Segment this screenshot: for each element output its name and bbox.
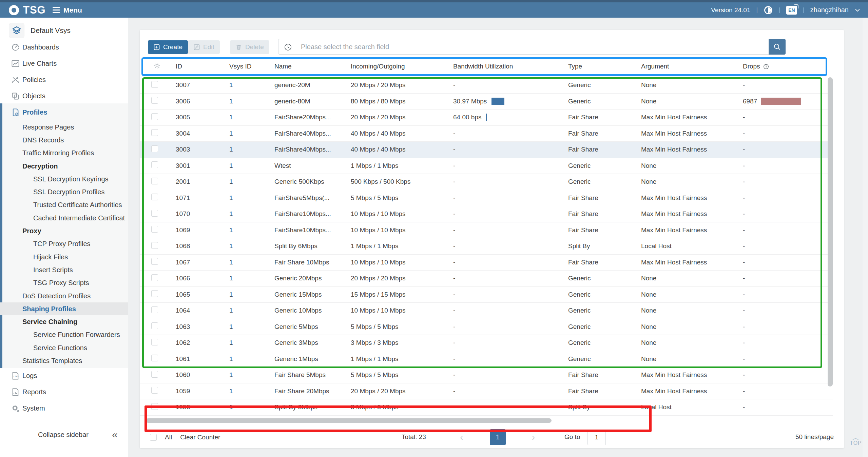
sidebar-subitem[interactable]: Hijack Files (0, 251, 128, 263)
table-row[interactable]: 2001 1 Generic 500Kbps 500 Kbps / 500 Kb… (140, 174, 833, 190)
col-header-id[interactable]: ID (176, 63, 229, 70)
search-input[interactable] (301, 39, 766, 54)
table-row[interactable]: 3006 1 generic-80M 80 Mbps / 80 Mbps 30.… (140, 94, 833, 110)
sidebar-subitem[interactable]: DoS Detection Profiles (0, 290, 128, 302)
row-checkbox[interactable] (151, 339, 158, 345)
col-header-drops[interactable]: Drops (743, 63, 760, 70)
sidebar-subitem[interactable]: Traffic Mirroring Profiles (0, 147, 128, 160)
search-button[interactable] (769, 39, 786, 55)
chevron-down-icon[interactable] (854, 7, 861, 13)
sidebar-subitem[interactable]: Insert Scripts (0, 263, 128, 276)
table-row[interactable]: 3005 1 FairShare20Mbps... 20 Mbps / 20 M… (140, 110, 833, 126)
prev-page-button[interactable]: ‹ (460, 432, 463, 443)
sidebar-subitem[interactable]: SSL Decryption Keyrings (0, 173, 128, 185)
sidebar-subitem[interactable]: Trusted Certificate Authorities (0, 199, 128, 212)
row-checkbox[interactable] (151, 226, 158, 233)
sidebar-item-policies[interactable]: Policies (0, 72, 128, 88)
table-row[interactable]: 1056 1 Split By 3Mbps 3 Mbps / 3 Mbps - … (140, 399, 833, 416)
table-row[interactable]: 1063 1 Generic 5Mbps 5 Mbps / 5 Mbps - G… (140, 319, 833, 335)
sidebar-item-live-charts[interactable]: Live Charts (0, 55, 128, 72)
sidebar-item-logs[interactable]: LOG Logs (0, 367, 128, 384)
contrast-icon[interactable] (764, 5, 773, 15)
col-header-type[interactable]: Type (568, 63, 641, 70)
sidebar-subitem[interactable]: Cached Intermediate Certificat (0, 212, 128, 224)
collapse-sidebar-button[interactable]: Collapse sidebar « (0, 426, 128, 443)
table-row[interactable]: 3004 1 FairShare40Mbps... 40 Mbps / 40 M… (140, 126, 833, 142)
table-row[interactable]: 3003 1 FairShare40Mbps... 40 Mbps / 40 M… (140, 142, 833, 158)
sidebar-subitem[interactable]: Shaping Profiles (0, 302, 128, 315)
delete-button[interactable]: Delete (230, 40, 269, 54)
sidebar-subitem[interactable]: Proxy (0, 224, 128, 237)
table-row[interactable]: 3007 1 generic-20M 20 Mbps / 20 Mbps - G… (140, 77, 833, 94)
table-row[interactable]: 1067 1 Fair Share 10Mbps 10 Mbps / 10 Mb… (140, 255, 833, 271)
sidebar-subitem[interactable]: DNS Records (0, 134, 128, 146)
sidebar-subitem[interactable]: Decryption (0, 160, 128, 173)
drops-clock-icon[interactable] (763, 63, 769, 70)
sidebar-item-system[interactable]: System (0, 400, 128, 416)
table-row[interactable]: 1064 1 Generic 10Mbps 10 Mbps / 10 Mbps … (140, 303, 833, 319)
row-checkbox[interactable] (151, 355, 158, 361)
table-horizontal-scrollbar[interactable] (146, 418, 552, 423)
lines-per-page[interactable]: 50 lines/page (795, 433, 834, 441)
sidebar-subitem[interactable]: Response Pages (0, 121, 128, 134)
row-checkbox[interactable] (151, 194, 158, 200)
edit-button[interactable]: Edit (188, 40, 220, 54)
table-row[interactable]: 1069 1 FairShare10Mbps... 10 Mbps / 10 M… (140, 222, 833, 239)
row-checkbox[interactable] (151, 403, 158, 410)
select-all-checkbox[interactable] (150, 434, 157, 441)
table-row[interactable]: 1070 1 FairShare10Mbps... 10 Mbps / 10 M… (140, 206, 833, 222)
language-icon[interactable]: EN (786, 6, 797, 15)
row-checkbox[interactable] (151, 306, 158, 313)
clear-counter-button[interactable]: Clear Counter (180, 434, 220, 441)
row-checkbox[interactable] (151, 274, 158, 281)
table-row[interactable]: 1062 1 Generic 3Mbps 3 Mbps / 3 Mbps - G… (140, 335, 833, 351)
goto-page-input[interactable] (587, 430, 606, 445)
column-settings-gear-icon[interactable] (153, 61, 161, 70)
col-header-vsys-id[interactable]: Vsys ID (229, 63, 274, 70)
username[interactable]: zhangzhihan (810, 6, 849, 14)
sidebar-item-profiles[interactable]: Profiles (0, 104, 128, 120)
sidebar-subitem[interactable]: Service Function Forwarders (0, 329, 128, 341)
sidebar-subitem[interactable]: TSG Proxy Scripts (0, 277, 128, 290)
sidebar-subitem[interactable]: Service Chaining (0, 315, 128, 328)
table-row[interactable]: 3001 1 Wtest 1 Mbps / 1 Mbps - Generic N… (140, 158, 833, 174)
row-checkbox[interactable] (151, 97, 158, 104)
row-checkbox[interactable] (151, 387, 158, 394)
sidebar-item-reports[interactable]: Reports (0, 384, 128, 400)
row-checkbox[interactable] (151, 258, 158, 265)
row-checkbox[interactable] (151, 322, 158, 329)
col-header-bandwidth-utilization[interactable]: Bandwidth Utilization (453, 63, 568, 70)
table-row[interactable]: 1065 1 Generic 15Mbps 15 Mbps / 15 Mbps … (140, 287, 833, 303)
row-checkbox[interactable] (151, 371, 158, 378)
sidebar-item-dashboards[interactable]: Dashboards (0, 39, 128, 55)
sidebar-subitem[interactable]: Statistics Templates (0, 354, 128, 367)
row-checkbox[interactable] (151, 145, 158, 152)
row-checkbox[interactable] (151, 81, 158, 88)
create-button[interactable]: Create (148, 40, 188, 54)
table-vertical-scrollbar[interactable] (828, 77, 833, 386)
table-row[interactable]: 1066 1 Generic 20Mbps 20 Mbps / 20 Mbps … (140, 271, 833, 287)
table-row[interactable]: 1071 1 FairShare5Mbps(... 5 Mbps / 5 Mbp… (140, 190, 833, 206)
menu-button[interactable]: Menu (53, 2, 82, 18)
sidebar-subitem[interactable]: Service Functions (0, 341, 128, 354)
vsys-selector[interactable]: Default Vsys (0, 22, 71, 39)
table-row[interactable]: 1061 1 Generic 1Mbps 1 Mbps / 1 Mbps - G… (140, 351, 833, 367)
row-checkbox[interactable] (151, 210, 158, 217)
sidebar-subitem[interactable]: SSL Decryption Profiles (0, 185, 128, 198)
row-checkbox[interactable] (151, 290, 158, 297)
back-to-top-button[interactable]: ︿ TOP (846, 435, 866, 446)
row-checkbox[interactable] (151, 129, 158, 136)
current-page-button[interactable]: 1 (490, 429, 506, 445)
page-scrollbar[interactable] (863, 18, 868, 457)
table-row[interactable]: 1068 1 Split By 6Mbps 1 Mbps / 1 Mbps - … (140, 238, 833, 255)
col-header-name[interactable]: Name (274, 63, 351, 70)
table-row[interactable]: 1059 1 Fair Share 20Mbps 20 Mbps / 20 Mb… (140, 383, 833, 400)
row-checkbox[interactable] (151, 161, 158, 168)
history-clock-icon[interactable] (284, 43, 292, 53)
sidebar-subitem[interactable]: TCP Proxy Profiles (0, 238, 128, 251)
sidebar-item-objects[interactable]: Objects (0, 88, 128, 104)
col-header-incoming-outgoing[interactable]: Incoming/Outgoing (351, 63, 453, 70)
row-checkbox[interactable] (151, 178, 158, 184)
col-header-argument[interactable]: Argument (641, 63, 743, 70)
row-checkbox[interactable] (151, 242, 158, 249)
